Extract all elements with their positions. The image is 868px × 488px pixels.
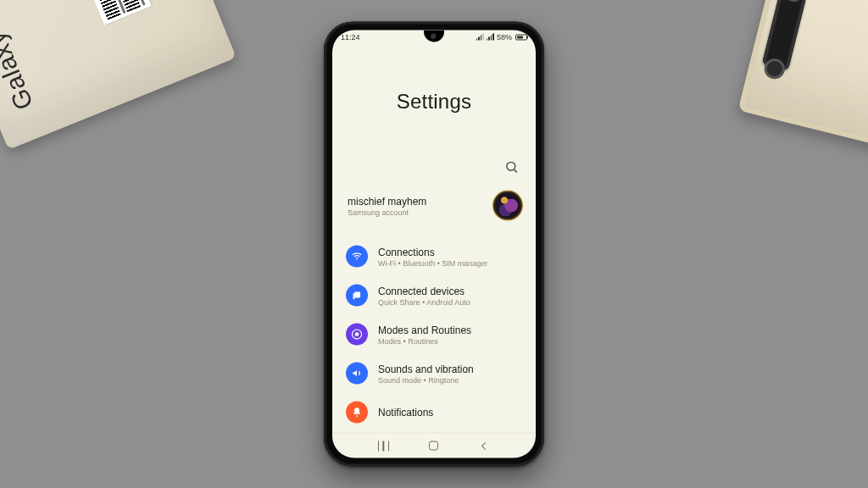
svg-line-1 <box>514 169 516 172</box>
item-subtitle: Quick Share • Android Auto <box>378 297 470 306</box>
item-title: Modes and Routines <box>378 324 471 336</box>
battery-icon <box>515 34 527 40</box>
account-name: mischief mayhem <box>348 195 493 207</box>
nav-back-button[interactable] <box>478 440 490 452</box>
hinge-icon <box>762 0 807 70</box>
product-box <box>0 0 236 150</box>
settings-item-modes-routines[interactable]: Modes and Routines Modes • Routines <box>341 315 527 354</box>
settings-item-connections[interactable]: Connections Wi-Fi • Bluetooth • SIM mana… <box>341 237 527 276</box>
item-title: Connections <box>378 246 487 258</box>
bell-icon <box>346 402 368 424</box>
item-subtitle: Wi-Fi • Bluetooth • SIM manager <box>378 258 487 267</box>
statusbar-time: 11:24 <box>341 33 476 42</box>
battery-percent: 58% <box>497 33 512 42</box>
phone-frame: 11:24 58% Settings mischief mayhem <box>324 22 544 467</box>
settings-item-sounds[interactable]: Sounds and vibration Sound mode • Ringto… <box>341 354 527 393</box>
signal-1-icon <box>476 34 484 41</box>
volume-icon <box>346 363 368 385</box>
item-title: Notifications <box>378 406 433 418</box>
android-nav-bar <box>332 433 536 458</box>
item-title: Connected devices <box>378 285 470 297</box>
settings-item-notifications[interactable]: Notifications <box>341 393 527 432</box>
item-subtitle: Sound mode • Ringtone <box>378 375 474 384</box>
wifi-icon <box>346 246 368 268</box>
settings-list: Connections Wi-Fi • Bluetooth • SIM mana… <box>332 237 536 433</box>
avatar <box>493 191 522 220</box>
search-icon <box>504 159 519 174</box>
svg-rect-3 <box>354 291 360 297</box>
svg-point-5 <box>355 332 359 336</box>
share-icon <box>346 285 368 307</box>
search-button[interactable] <box>500 156 522 178</box>
statusbar-right: 58% <box>476 33 527 42</box>
nav-home-button[interactable] <box>429 441 438 451</box>
barcode-sticker <box>66 0 152 25</box>
account-row[interactable]: mischief mayhem Samsung account <box>341 190 527 229</box>
item-subtitle: Modes • Routines <box>378 336 471 345</box>
phone-screen: 11:24 58% Settings mischief mayhem <box>332 30 536 458</box>
search-row <box>332 156 536 183</box>
page-title: Settings <box>397 90 471 114</box>
wooden-crate: RAGILE <box>738 0 868 155</box>
routines-icon <box>346 324 368 346</box>
nav-recents-button[interactable] <box>378 441 389 451</box>
account-subtitle: Samsung account <box>348 208 493 216</box>
signal-2-icon <box>487 34 494 41</box>
settings-header: Settings <box>332 47 536 156</box>
svg-rect-4 <box>353 293 354 299</box>
settings-item-connected-devices[interactable]: Connected devices Quick Share • Android … <box>341 276 527 315</box>
item-title: Sounds and vibration <box>378 363 474 374</box>
svg-point-2 <box>356 259 357 260</box>
svg-point-0 <box>506 162 515 170</box>
